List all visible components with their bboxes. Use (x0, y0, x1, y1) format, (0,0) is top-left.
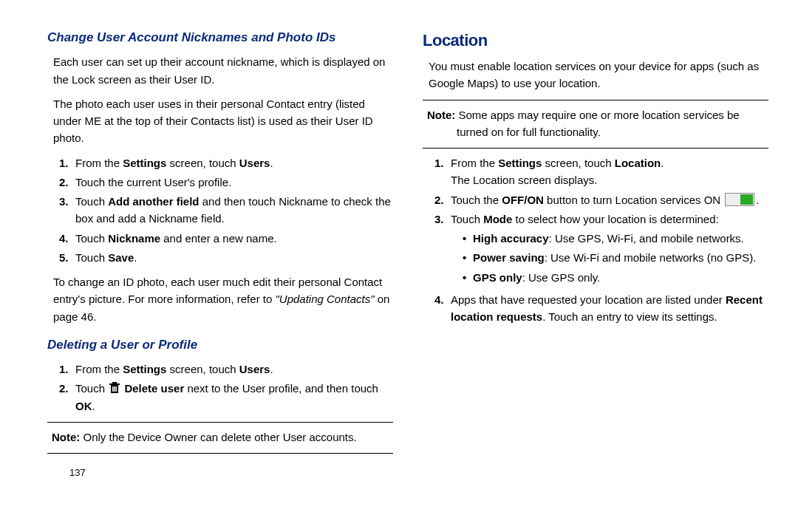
text: Touch (75, 232, 108, 245)
text: Touch the (451, 194, 502, 206)
step-body: Touch the OFF/ON button to turn Location… (451, 191, 768, 208)
step-number: 4. (59, 230, 75, 247)
bold-users: Users (239, 363, 270, 375)
bold-users: Users (239, 157, 270, 169)
svg-rect-2 (112, 382, 117, 383)
text: : Use GPS, Wi-Fi, and mobile networks. (549, 232, 744, 245)
text: . Touch an entry to view its settings. (542, 310, 717, 323)
text: Touch (75, 195, 108, 208)
svg-rect-4 (114, 386, 115, 392)
text: The Location screen displays. (451, 174, 597, 186)
bold-settings: Settings (123, 157, 166, 169)
text: . (92, 400, 95, 412)
bold-delete-user: Delete user (124, 382, 184, 395)
bold-add-field: Add another field (108, 195, 199, 208)
note-location-services: Note: Some apps may require one or more … (423, 106, 768, 141)
bold-location: Location (615, 157, 661, 169)
note-text: Some apps may require one or more locati… (455, 109, 739, 138)
step-number: 5. (59, 249, 75, 266)
step-body: Touch Nickname and enter a new name. (75, 230, 393, 247)
step-number: 4. (434, 291, 451, 326)
para-change-photo: To change an ID photo, each user much ed… (47, 273, 393, 325)
bold-gps-only: GPS only (473, 271, 522, 284)
step-body: From the Settings screen, touch Users. (75, 154, 393, 171)
step-number: 2. (59, 380, 75, 415)
para-location-intro: You must enable location services on you… (423, 58, 768, 92)
step-body: From the Settings screen, touch Users. (75, 361, 393, 378)
text: . (756, 194, 759, 206)
bold-high-accuracy: High accuracy (473, 232, 549, 245)
text: From the (75, 157, 123, 169)
bold-off-on: OFF/ON (502, 194, 544, 206)
divider (423, 148, 768, 149)
text: next to the User profile, and then touch (184, 382, 378, 395)
steps-delete-user: 1. From the Settings screen, touch Users… (47, 361, 393, 415)
text: From the (75, 363, 123, 375)
step-body: Apps that have requested your location a… (451, 291, 768, 326)
svg-rect-5 (116, 386, 117, 392)
step-number: 1. (59, 154, 75, 171)
text: screen, touch (542, 157, 614, 169)
bold-mode: Mode (483, 213, 512, 225)
step-body: Touch Add another field and then touch N… (75, 193, 393, 228)
step-body: Touch Save. (75, 249, 393, 266)
page-number: 137 (47, 466, 393, 480)
text: and enter a new name. (160, 232, 277, 245)
text: . (134, 251, 137, 264)
divider (423, 100, 768, 100)
note-text: Only the Device Owner can delete other U… (80, 431, 356, 443)
note-label: Note: (52, 431, 80, 443)
step-body: Touch the current User's profile. (75, 174, 393, 191)
bold-power-saving: Power saving (473, 251, 545, 264)
para-photo-intro: The photo each user uses in their person… (47, 95, 393, 147)
bold-save: Save (108, 251, 134, 264)
trash-icon (109, 382, 120, 394)
step-body: Touch Mode to select how your location i… (451, 211, 768, 289)
heading-change-nicknames: Change User Account Nicknames and Photo … (47, 28, 393, 47)
step-body: Touch Delete user next to the User profi… (75, 380, 393, 415)
text: . (270, 363, 273, 375)
step-body: From the Settings screen, touch Location… (451, 154, 768, 189)
step-number: 3. (434, 211, 451, 289)
divider (47, 453, 393, 454)
bold-settings: Settings (123, 363, 166, 375)
bold-ok: OK (75, 400, 92, 412)
text: From the (451, 157, 498, 169)
bold-settings: Settings (498, 157, 542, 169)
steps-location: 1. From the Settings screen, touch Locat… (423, 154, 768, 325)
heading-deleting-user: Deleting a User or Profile (47, 335, 393, 355)
toggle-on-icon (725, 193, 754, 206)
left-column: Change User Account Nicknames and Photo … (47, 28, 393, 532)
bold-nickname: Nickname (108, 232, 160, 245)
divider (47, 422, 393, 423)
svg-rect-1 (109, 383, 120, 385)
note-label: Note: (427, 109, 455, 121)
para-nickname-intro: Each user can set up their account nickn… (47, 53, 393, 88)
note-owner-only: Note: Only the Device Owner can delete o… (47, 429, 393, 446)
text: to select how your location is determine… (512, 213, 718, 225)
text: screen, touch (166, 363, 239, 375)
step-number: 3. (59, 193, 75, 228)
steps-change-nickname: 1. From the Settings screen, touch Users… (47, 154, 393, 267)
text: Touch (75, 251, 108, 264)
heading-location: Location (423, 28, 768, 53)
svg-rect-3 (112, 386, 114, 392)
text: Apps that have requested your location a… (451, 293, 726, 306)
text: Touch (75, 382, 108, 395)
text: Touch (451, 213, 483, 225)
text: screen, touch (166, 157, 239, 169)
text: button to turn Location services ON (544, 194, 723, 206)
ref-updating-contacts: "Updating Contacts" (275, 293, 374, 305)
right-column: Location You must enable location servic… (423, 28, 768, 532)
text: . (661, 157, 664, 169)
step-number: 1. (434, 154, 451, 189)
text: : Use Wi-Fi and mobile networks (no GPS)… (545, 251, 757, 264)
step-number: 2. (59, 174, 75, 191)
mode-bullets: High accuracy: Use GPS, Wi-Fi, and mobil… (451, 230, 768, 286)
text: . (270, 157, 273, 169)
step-number: 1. (59, 361, 75, 378)
text: : Use GPS only. (522, 271, 601, 284)
step-number: 2. (434, 191, 451, 208)
